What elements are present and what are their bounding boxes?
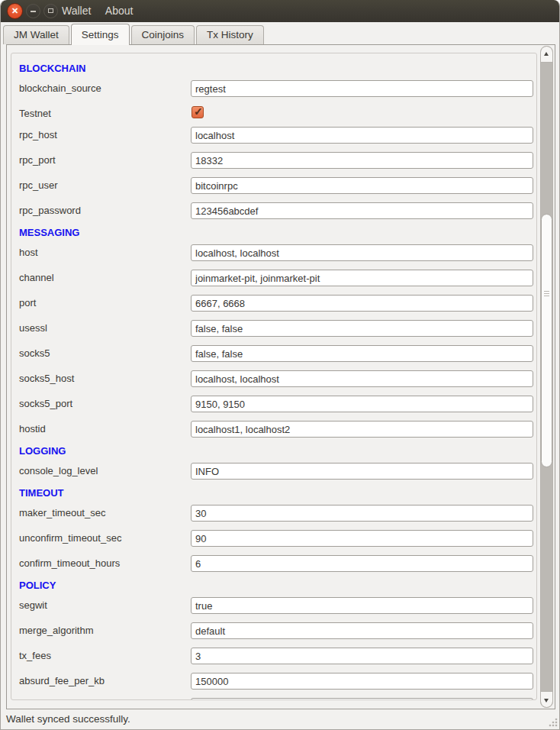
- hostid-input[interactable]: [191, 421, 533, 438]
- vertical-scrollbar[interactable]: [540, 46, 553, 708]
- socks5-label: socks5: [19, 347, 50, 359]
- section-header-timeout: TIMEOUT: [11, 484, 536, 501]
- field-row-absurd-fee-per-kb: absurd_fee_per_kb: [11, 669, 536, 694]
- titlebar: ✕ Wallet About: [1, 0, 560, 22]
- console-log-level-label: console_log_level: [19, 465, 98, 476]
- scroll-down-icon: [544, 699, 549, 703]
- field-row-socks5: socks5: [11, 341, 536, 367]
- port-input[interactable]: [191, 295, 533, 312]
- segwit-input[interactable]: [191, 597, 533, 614]
- field-row-rpc-port: rpc_port: [11, 148, 536, 173]
- field-row-console-log-level: console_log_level: [11, 459, 536, 484]
- rpc-host-label: rpc_host: [19, 129, 57, 141]
- resize-grip[interactable]: [548, 717, 558, 728]
- usessl-label: usessl: [19, 322, 47, 334]
- tab-bar: JM Wallet Settings Coinjoins Tx History: [1, 22, 560, 44]
- tx-fees-input[interactable]: [191, 648, 533, 664]
- blockchain-source-input[interactable]: [191, 80, 533, 97]
- status-message: Wallet synced successfully.: [6, 713, 130, 725]
- joinmarket-window: ✕ Wallet About JM Wallet Settings Coinjo…: [0, 0, 560, 730]
- socks5-host-label: socks5_host: [19, 373, 74, 384]
- field-row-tx-fees: tx_fees: [11, 644, 536, 669]
- socks5-input[interactable]: [191, 345, 533, 362]
- section-header-logging: LOGGING: [11, 442, 536, 459]
- rpc-password-label: rpc_password: [19, 205, 81, 216]
- section-header-messaging: MESSAGING: [11, 224, 536, 241]
- scroll-up-icon: [544, 52, 549, 56]
- confirm-timeout-hours-input[interactable]: [191, 555, 533, 572]
- section-header-blockchain: BLOCKCHAIN: [11, 60, 536, 76]
- menu-about[interactable]: About: [105, 5, 134, 17]
- field-row-hidden-field: [11, 694, 536, 700]
- scroll-up-button[interactable]: [541, 47, 552, 63]
- section-header-policy: POLICY: [11, 577, 536, 593]
- rpc-user-label: rpc_user: [19, 179, 58, 191]
- merge-algorithm-input[interactable]: [191, 622, 533, 639]
- main-content: BLOCKCHAINblockchain_sourceTestnetrpc_ho…: [1, 44, 560, 709]
- channel-input[interactable]: [191, 270, 533, 286]
- minimize-icon: [31, 11, 36, 12]
- absurd-fee-per-kb-input[interactable]: [191, 673, 533, 690]
- unconfirm-timeout-sec-input[interactable]: [191, 530, 533, 547]
- rpc-port-input[interactable]: [191, 152, 533, 169]
- field-row-merge-algorithm: merge_algorithm: [11, 619, 536, 644]
- field-row-socks5-port: socks5_port: [11, 392, 536, 417]
- segwit-label: segwit: [19, 599, 47, 611]
- tab-settings[interactable]: Settings: [71, 24, 130, 45]
- maximize-icon: [48, 8, 53, 13]
- rpc-host-input[interactable]: [191, 127, 533, 144]
- status-bar: Wallet synced successfully.: [1, 709, 560, 730]
- field-row-blockchain-source: blockchain_source: [11, 76, 536, 102]
- tx-fees-label: tx_fees: [19, 650, 51, 661]
- confirm-timeout-hours-label: confirm_timeout_hours: [19, 557, 120, 569]
- menu-wallet[interactable]: Wallet: [62, 5, 91, 17]
- rpc-user-input[interactable]: [191, 177, 533, 194]
- host-input[interactable]: [191, 244, 533, 261]
- maker-timeout-sec-label: maker_timeout_sec: [19, 507, 105, 518]
- hidden-field-input[interactable]: [191, 698, 533, 700]
- field-row-rpc-user: rpc_user: [11, 173, 536, 199]
- field-row-socks5-host: socks5_host: [11, 367, 536, 392]
- settings-form: BLOCKCHAINblockchain_sourceTestnetrpc_ho…: [11, 53, 537, 700]
- rpc-port-label: rpc_port: [19, 154, 56, 166]
- console-log-level-input[interactable]: [191, 463, 533, 480]
- close-icon: ✕: [8, 4, 22, 18]
- maker-timeout-sec-input[interactable]: [191, 505, 533, 522]
- testnet-checkbox[interactable]: [191, 106, 204, 118]
- minimize-button[interactable]: [26, 4, 40, 18]
- field-row-rpc-host: rpc_host: [11, 123, 536, 148]
- field-row-testnet: Testnet: [11, 102, 536, 123]
- tab-jm-wallet[interactable]: JM Wallet: [3, 25, 69, 44]
- socks5-host-input[interactable]: [191, 370, 533, 387]
- field-row-confirm-timeout-hours: confirm_timeout_hours: [11, 551, 536, 577]
- menubar: Wallet About: [62, 0, 143, 22]
- field-row-host: host: [11, 241, 536, 266]
- unconfirm-timeout-sec-label: unconfirm_timeout_sec: [19, 532, 121, 544]
- rpc-password-input[interactable]: [191, 202, 533, 219]
- tab-coinjoins[interactable]: Coinjoins: [131, 25, 195, 44]
- scroll-down-button[interactable]: [541, 691, 552, 707]
- port-label: port: [19, 297, 36, 308]
- field-row-hostid: hostid: [11, 417, 536, 442]
- socks5-port-input[interactable]: [191, 396, 533, 412]
- field-row-port: port: [11, 291, 536, 316]
- field-row-segwit: segwit: [11, 593, 536, 619]
- merge-algorithm-label: merge_algorithm: [19, 625, 94, 636]
- socks5-port-label: socks5_port: [19, 398, 72, 409]
- field-row-unconfirm-timeout-sec: unconfirm_timeout_sec: [11, 526, 536, 551]
- tab-tx-history[interactable]: Tx History: [196, 25, 264, 44]
- close-button[interactable]: ✕: [7, 3, 23, 19]
- field-row-channel: channel: [11, 266, 536, 291]
- scrollbar-thumb[interactable]: [541, 214, 552, 467]
- usessl-input[interactable]: [191, 320, 533, 337]
- field-row-rpc-password: rpc_password: [11, 199, 536, 224]
- testnet-label: Testnet: [19, 108, 51, 119]
- field-row-maker-timeout-sec: maker_timeout_sec: [11, 501, 536, 526]
- host-label: host: [19, 247, 38, 258]
- hostid-label: hostid: [19, 423, 46, 434]
- field-row-usessl: usessl: [11, 316, 536, 341]
- channel-label: channel: [19, 272, 54, 283]
- blockchain-source-label: blockchain_source: [19, 82, 101, 94]
- maximize-button[interactable]: [43, 4, 58, 18]
- absurd-fee-per-kb-label: absurd_fee_per_kb: [19, 675, 105, 686]
